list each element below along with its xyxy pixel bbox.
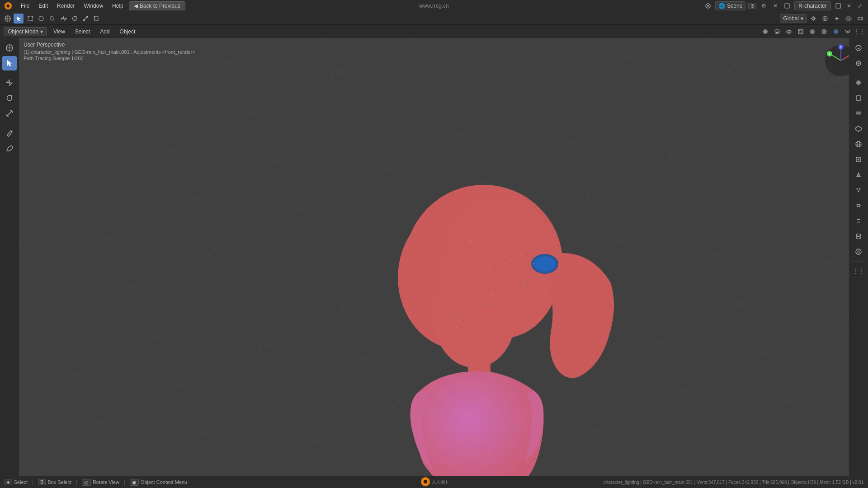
svg-point-63 xyxy=(462,281,464,283)
status-sep-1: | xyxy=(32,479,33,485)
shading-mode-solid[interactable] xyxy=(807,27,817,37)
svg-text:人人素材: 人人素材 xyxy=(432,479,448,484)
mode-chevron-icon: ▾ xyxy=(40,28,43,35)
overlay-icon[interactable] xyxy=(844,14,854,23)
viewport-gizmos-btn[interactable] xyxy=(851,56,866,70)
select-circle-icon[interactable] xyxy=(36,14,46,23)
proportional-edit-icon[interactable] xyxy=(820,14,830,23)
view-layer-btn[interactable] xyxy=(851,106,866,121)
world-properties-btn[interactable] xyxy=(851,137,866,151)
modifier-properties-btn[interactable] xyxy=(851,168,866,182)
mmb-key: ◎ xyxy=(82,479,91,486)
scene-properties-btn[interactable] xyxy=(851,122,866,136)
viewport-shading-render[interactable] xyxy=(772,27,782,37)
new-window-icon[interactable] xyxy=(783,1,792,10)
tool-scale[interactable] xyxy=(2,106,17,121)
svg-point-62 xyxy=(492,250,494,251)
toolbar-select-group xyxy=(25,14,57,23)
back-to-previous-label: Back to Previous xyxy=(140,3,180,9)
select-lasso-icon[interactable] xyxy=(47,14,57,23)
tool-rotate[interactable] xyxy=(2,91,17,105)
viewport-shading-btn[interactable] xyxy=(851,41,866,55)
svg-point-45 xyxy=(452,295,453,296)
tool-move[interactable] xyxy=(2,75,17,90)
svg-point-39 xyxy=(434,268,515,368)
render-icon-btn[interactable] xyxy=(703,1,712,10)
close-scene-icon[interactable]: ✕ xyxy=(771,1,780,10)
tool-cursor[interactable] xyxy=(2,41,17,55)
move-icon[interactable] xyxy=(59,14,69,23)
svg-text:Z: Z xyxy=(840,45,842,49)
svg-point-47 xyxy=(470,241,471,242)
window-expand-icon[interactable]: ⤢ xyxy=(855,1,864,10)
render-region-icon[interactable] xyxy=(796,27,806,37)
snap-icon[interactable] xyxy=(808,14,818,23)
constraints-properties-btn[interactable] xyxy=(851,214,866,228)
svg-point-60 xyxy=(470,399,471,400)
window-maximize-icon[interactable] xyxy=(834,1,843,10)
output-properties-btn[interactable] xyxy=(851,91,866,105)
svg-rect-8 xyxy=(28,16,33,21)
menu-window[interactable]: Window xyxy=(80,2,107,10)
perspective-label: User Perspective xyxy=(24,42,195,48)
transform-icon[interactable] xyxy=(91,14,101,23)
top-menu-bar: File Edit Render Window Help ◀ Back to P… xyxy=(0,0,868,12)
menu-file[interactable]: File xyxy=(17,2,33,10)
status-stats: character_lighting | GEO-rain_hair_main.… xyxy=(604,480,863,485)
svg-rect-18 xyxy=(858,17,863,20)
global-transform-selector[interactable]: Global ▾ xyxy=(780,14,807,23)
lmb-key: ● xyxy=(5,479,12,485)
pivot-icon[interactable] xyxy=(832,14,842,23)
svg-point-64 xyxy=(506,277,507,278)
settings-icon[interactable]: ⋮⋮ xyxy=(854,27,864,37)
svg-point-44 xyxy=(510,259,511,260)
select-box-icon[interactable] xyxy=(25,14,35,23)
scene-selector[interactable]: 🌐 Scene xyxy=(715,1,745,10)
header-object-menu[interactable]: Object xyxy=(116,28,139,36)
header-select-menu[interactable]: Select xyxy=(71,28,94,36)
tool-separator-2 xyxy=(3,123,15,123)
object-mode-selector[interactable]: Object Mode ▾ xyxy=(4,27,47,36)
tool-draw[interactable] xyxy=(2,126,17,140)
character-viewport[interactable] xyxy=(19,38,849,476)
material-properties-btn[interactable] xyxy=(851,244,866,259)
svg-point-58 xyxy=(510,417,511,418)
header-add-menu[interactable]: Add xyxy=(96,28,113,36)
data-properties-btn[interactable] xyxy=(851,229,866,244)
scene-settings-icon[interactable]: ⚙ xyxy=(759,1,768,10)
svg-point-85 xyxy=(856,80,861,85)
render-properties-btn[interactable] xyxy=(851,75,866,90)
menu-edit[interactable]: Edit xyxy=(35,2,52,10)
viewport-shading-solid[interactable] xyxy=(760,27,770,37)
scale-icon[interactable] xyxy=(80,14,90,23)
svg-point-27 xyxy=(823,30,826,33)
tool-annotate[interactable] xyxy=(2,141,17,155)
object-properties-btn[interactable] xyxy=(851,152,866,167)
extra-options-btn[interactable]: ⋮⋮ xyxy=(851,264,866,278)
viewport-overlays-icon[interactable] xyxy=(784,27,794,37)
menu-render[interactable]: Render xyxy=(53,2,78,10)
tool-select[interactable] xyxy=(2,56,17,70)
rotate-icon[interactable] xyxy=(70,14,80,23)
status-box-select-label: Box Select xyxy=(47,479,71,485)
toolbar-transform-group xyxy=(59,14,101,23)
physics-properties-btn[interactable] xyxy=(851,198,866,213)
shading-mode-render[interactable] xyxy=(819,27,829,37)
window-close-icon[interactable]: ✕ xyxy=(844,1,854,10)
svg-point-33 xyxy=(9,82,10,84)
render-name-selector[interactable]: R-character xyxy=(794,1,831,10)
menu-help[interactable]: Help xyxy=(108,2,127,10)
svg-point-42 xyxy=(497,227,498,228)
svg-rect-88 xyxy=(856,113,861,114)
back-to-previous-button[interactable]: ◀ Back to Previous xyxy=(129,1,185,10)
viewport-info: User Perspective (1) character_lighting … xyxy=(24,42,195,61)
shading-mode-material[interactable] xyxy=(831,27,841,37)
select-cursor-icon[interactable] xyxy=(14,14,24,23)
mode-icon[interactable] xyxy=(3,14,13,23)
shading-extra-icon[interactable] xyxy=(843,27,853,37)
particles-properties-btn[interactable] xyxy=(851,183,866,197)
header-view-menu[interactable]: View xyxy=(50,28,69,36)
svg-point-54 xyxy=(515,309,516,310)
xray-icon[interactable] xyxy=(855,14,865,23)
svg-point-38 xyxy=(534,256,556,272)
